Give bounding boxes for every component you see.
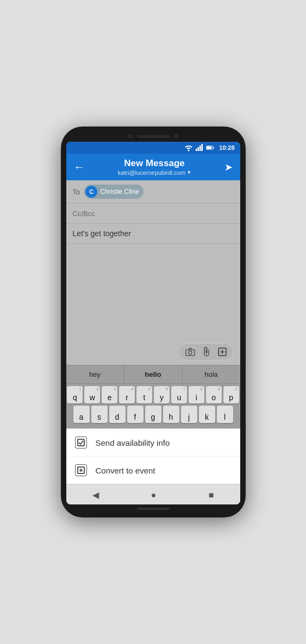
phone-bottom-bar (137, 508, 170, 510)
key-k[interactable]: k (199, 406, 215, 423)
keyboard: 1q 2w 3e 4r 5t 6y 7u 8i 9o 0p a s d f g (66, 384, 240, 428)
key-l[interactable]: l (217, 406, 233, 423)
status-time: 10:28 (219, 144, 234, 151)
svg-point-0 (188, 150, 190, 151)
key-o[interactable]: 9o (206, 386, 222, 403)
header-subtitle: katri@lucernepubintl.com ▾ (118, 169, 191, 176)
contact-chip[interactable]: C Christie Cline (84, 185, 143, 199)
phone-frame: 10:28 ← New Message katri@lucernepubintl… (61, 127, 246, 517)
cc-label: Cc/Bcc (73, 210, 95, 218)
attachment-buttons-group (178, 343, 234, 361)
send-availability-label: Send availability info (96, 438, 170, 447)
key-h[interactable]: h (163, 406, 179, 423)
check-icon (75, 437, 87, 449)
key-f[interactable]: f (127, 406, 143, 423)
camera-button[interactable] (185, 348, 195, 356)
header-title: New Message (118, 158, 191, 169)
svg-rect-7 (214, 147, 215, 148)
back-button[interactable]: ← (74, 161, 85, 173)
subject-row[interactable]: Let's get together (66, 224, 240, 244)
suggestion-hola[interactable]: hola (183, 365, 240, 383)
key-j[interactable]: j (181, 406, 197, 423)
send-availability-item[interactable]: Send availability info (66, 429, 240, 457)
key-q[interactable]: 1q (67, 386, 83, 403)
svg-rect-6 (207, 147, 212, 149)
compose-area: To C Christie Cline Cc/Bcc Let's get tog… (66, 180, 240, 428)
front-camera (128, 134, 133, 138)
attachment-toolbar (66, 339, 240, 365)
contact-avatar: C (85, 186, 97, 198)
contact-name: Christie Cline (100, 188, 139, 195)
svg-rect-4 (202, 144, 203, 151)
svg-rect-3 (199, 146, 201, 151)
key-a[interactable]: a (73, 406, 90, 423)
svg-rect-13 (78, 439, 84, 446)
plus-icon (75, 464, 87, 476)
signal-icon (195, 143, 204, 152)
send-button[interactable]: ➤ (224, 161, 233, 173)
nav-home-button[interactable]: ● (143, 489, 164, 501)
svg-rect-2 (198, 147, 199, 151)
convert-to-event-item[interactable]: Convert to event (66, 457, 240, 484)
word-suggestions: hey hello hola (66, 365, 240, 384)
suggestion-hey[interactable]: hey (66, 365, 124, 383)
key-p[interactable]: 0p (223, 386, 239, 403)
key-g[interactable]: g (145, 406, 161, 423)
speaker (137, 135, 170, 138)
nav-recent-button[interactable]: ■ (201, 489, 222, 501)
to-row: To C Christie Cline (66, 180, 240, 204)
battery-icon (206, 143, 215, 152)
svg-rect-1 (196, 149, 197, 151)
svg-point-9 (189, 351, 192, 355)
key-i[interactable]: 8i (189, 386, 204, 403)
convert-to-event-label: Convert to event (96, 466, 155, 475)
key-u[interactable]: 7u (171, 386, 187, 403)
status-bar: 10:28 (66, 142, 240, 154)
camera-bar (66, 134, 240, 138)
keyboard-row-1: 1q 2w 3e 4r 5t 6y 7u 8i 9o 0p (67, 386, 239, 403)
nav-bar: ◀ ● ■ (66, 484, 240, 504)
key-y[interactable]: 6y (154, 386, 170, 403)
email-header: ← New Message katri@lucernepubintl.com ▾… (66, 154, 240, 180)
key-e[interactable]: 3e (102, 386, 117, 403)
to-label: To (73, 188, 80, 196)
wifi-icon (184, 143, 193, 152)
key-w[interactable]: 2w (84, 386, 100, 403)
email-body[interactable] (66, 244, 240, 339)
sensor (174, 134, 178, 138)
bottom-menu: Send availability info Convert to event (66, 428, 240, 484)
key-r[interactable]: 4r (119, 386, 135, 403)
header-center: New Message katri@lucernepubintl.com ▾ (118, 158, 191, 176)
suggestion-hello[interactable]: hello (124, 365, 183, 383)
nav-back-button[interactable]: ◀ (85, 489, 107, 501)
add-button[interactable] (218, 348, 227, 356)
key-t[interactable]: 5t (136, 386, 152, 403)
keyboard-row-2: a s d f g h j k l (67, 406, 239, 423)
phone-screen: 10:28 ← New Message katri@lucernepubintl… (66, 142, 240, 504)
status-icons (184, 143, 215, 152)
cc-row[interactable]: Cc/Bcc (66, 204, 240, 224)
account-dropdown[interactable]: ▾ (188, 169, 191, 176)
attach-button[interactable] (203, 347, 210, 357)
key-d[interactable]: d (109, 406, 126, 423)
key-s[interactable]: s (91, 406, 108, 423)
subject-text: Let's get together (73, 229, 132, 238)
